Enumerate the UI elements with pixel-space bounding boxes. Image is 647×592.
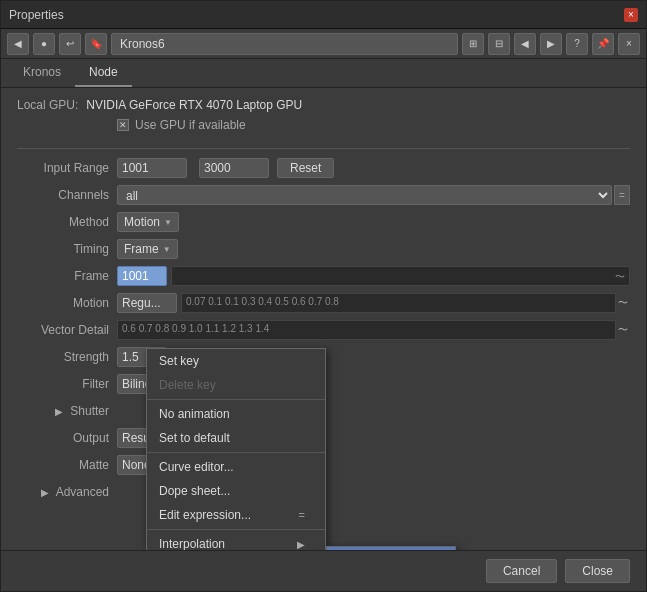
matte-label: Matte <box>17 458 117 472</box>
toolbar-icon4[interactable]: ▶ <box>540 33 562 55</box>
motion-input[interactable] <box>117 293 177 313</box>
interpolation-arrow: ▶ <box>297 539 305 550</box>
channels-row: Channels all = <box>17 184 630 206</box>
method-arrow: ▼ <box>164 218 172 227</box>
input-range-end[interactable] <box>199 158 269 178</box>
method-dropdown[interactable]: Motion ▼ <box>117 212 179 232</box>
channels-label: Channels <box>17 188 117 202</box>
gpu-label: Local GPU: <box>17 98 78 112</box>
vector-detail-row: Vector Detail 0.6 0.7 0.8 0.9 1.0 1.1 1.… <box>17 319 630 341</box>
title-bar-left: Properties <box>9 8 64 22</box>
toolbar-icon2[interactable]: ⊟ <box>488 33 510 55</box>
toolbar-right-buttons: ⊞ ⊟ ◀ ▶ ? 📌 × <box>462 33 640 55</box>
reset-button[interactable]: Reset <box>277 158 334 178</box>
edit-expression-shortcut: = <box>299 509 305 521</box>
close-button[interactable]: Close <box>565 559 630 583</box>
motion-timeline: 0.07 0.1 0.1 0.3 0.4 0.5 0.6 0.7 0.8 <box>181 293 616 313</box>
frame-timeline: 〜 <box>171 266 630 286</box>
vector-detail-label: Vector Detail <box>17 323 117 337</box>
menu-item-no-animation[interactable]: No animation <box>147 402 325 426</box>
toolbar-help-button[interactable]: ? <box>566 33 588 55</box>
gpu-checkbox[interactable]: ✕ <box>117 119 129 131</box>
channels-select[interactable]: all <box>117 185 612 205</box>
toolbar-icon3[interactable]: ◀ <box>514 33 536 55</box>
advanced-label: ▶ Advanced <box>17 485 117 499</box>
shutter-label: ▶ Shutter <box>17 404 117 418</box>
bottom-buttons: Cancel Close <box>1 550 646 591</box>
close-window-button[interactable]: × <box>624 8 638 22</box>
toolbar-return-button[interactable]: ↩ <box>59 33 81 55</box>
menu-item-set-default[interactable]: Set to default <box>147 426 325 450</box>
submenu-item-generate[interactable]: Generate... <box>327 547 455 550</box>
node-name-display: Kronos6 <box>111 33 458 55</box>
motion-label: Motion <box>17 296 117 310</box>
frame-row: Frame 〜 <box>17 265 630 287</box>
menu-sep-3 <box>147 529 325 530</box>
timing-arrow: ▼ <box>163 245 171 254</box>
tab-kronos[interactable]: Kronos <box>9 59 75 87</box>
menu-sep-1 <box>147 399 325 400</box>
divider-1 <box>17 148 630 149</box>
tabs-bar: Kronos Node <box>1 59 646 88</box>
properties-window: Properties × ◀ ● ↩ 🔖 Kronos6 ⊞ ⊟ ◀ ▶ ? 📌… <box>0 0 647 592</box>
input-range-row: Input Range Reset <box>17 157 630 179</box>
cancel-button[interactable]: Cancel <box>486 559 557 583</box>
timing-row: Timing Frame ▼ <box>17 238 630 260</box>
menu-item-dope-sheet[interactable]: Dope sheet... <box>147 479 325 503</box>
tab-node[interactable]: Node <box>75 59 132 87</box>
toolbar-pin-button[interactable]: 📌 <box>592 33 614 55</box>
window-title: Properties <box>9 8 64 22</box>
menu-item-set-key[interactable]: Set key <box>147 349 325 373</box>
timing-value: Frame <box>124 242 159 256</box>
toolbar-close-button[interactable]: × <box>618 33 640 55</box>
advanced-expand-arrow[interactable]: ▶ <box>41 487 49 498</box>
menu-sep-2 <box>147 452 325 453</box>
filter-label: Filter <box>17 377 117 391</box>
toolbar-back-button[interactable]: ◀ <box>7 33 29 55</box>
context-menu-container: Set key Delete key No animation Set to d… <box>146 348 456 550</box>
method-label: Method <box>17 215 117 229</box>
motion-graph-icon: 〜 <box>616 293 630 313</box>
timing-label: Timing <box>17 242 117 256</box>
menu-item-edit-expression[interactable]: Edit expression... = <box>147 503 325 527</box>
gpu-value: NVIDIA GeForce RTX 4070 Laptop GPU <box>86 98 302 112</box>
strength-label: Strength <box>17 350 117 364</box>
vector-graph-icon: 〜 <box>616 320 630 340</box>
gpu-checkbox-row: ✕ Use GPU if available <box>117 118 630 132</box>
vector-detail-timeline: 0.6 0.7 0.8 0.9 1.0 1.1 1.2 1.3 1.4 <box>117 320 616 340</box>
frame-label: Frame <box>17 269 117 283</box>
gpu-checkbox-label: Use GPU if available <box>135 118 246 132</box>
output-label: Output <box>17 431 117 445</box>
content-area: Local GPU: NVIDIA GeForce RTX 4070 Lapto… <box>1 88 646 550</box>
channels-extra-btn[interactable]: = <box>614 185 630 205</box>
context-menu: Set key Delete key No animation Set to d… <box>146 348 326 550</box>
motion-row: Motion 0.07 0.1 0.1 0.3 0.4 0.5 0.6 0.7 … <box>17 292 630 314</box>
menu-item-curve-editor[interactable]: Curve editor... <box>147 455 325 479</box>
toolbar-bookmark-button[interactable]: 🔖 <box>85 33 107 55</box>
menu-item-interpolation[interactable]: Interpolation ▶ <box>147 532 325 550</box>
method-value: Motion <box>124 215 160 229</box>
toolbar: ◀ ● ↩ 🔖 Kronos6 ⊞ ⊟ ◀ ▶ ? 📌 × <box>1 29 646 59</box>
timeline-graph-icon: 〜 <box>615 267 625 287</box>
frame-input[interactable] <box>117 266 167 286</box>
title-bar: Properties × <box>1 1 646 29</box>
input-range-start[interactable] <box>117 158 187 178</box>
toolbar-dot-button[interactable]: ● <box>33 33 55 55</box>
method-row: Method Motion ▼ <box>17 211 630 233</box>
toolbar-icon1[interactable]: ⊞ <box>462 33 484 55</box>
input-range-label: Input Range <box>17 161 117 175</box>
timing-dropdown[interactable]: Frame ▼ <box>117 239 178 259</box>
gpu-info-row: Local GPU: NVIDIA GeForce RTX 4070 Lapto… <box>17 98 630 112</box>
menu-item-delete-key: Delete key <box>147 373 325 397</box>
shutter-expand-arrow[interactable]: ▶ <box>55 406 63 417</box>
edit-submenu: Generate... Move... Filter <box>326 546 456 550</box>
